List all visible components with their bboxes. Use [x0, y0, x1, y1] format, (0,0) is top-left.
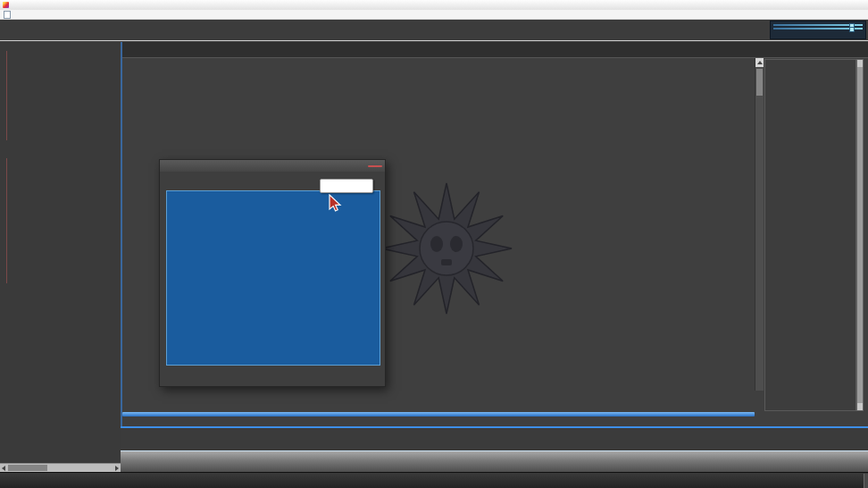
player-seek-slider[interactable]	[773, 24, 863, 26]
nicklist-panel	[764, 59, 856, 411]
nicklist-scrollbar[interactable]	[856, 59, 864, 411]
tree-connector	[6, 158, 7, 283]
player-panel[interactable]	[770, 21, 866, 39]
mirc-app-icon	[3, 2, 9, 8]
menu-bar	[0, 10, 868, 20]
sidebar-horizontal-scrollbar[interactable]	[0, 463, 121, 472]
acro-tooltip	[320, 179, 373, 193]
message-input[interactable]	[122, 412, 755, 416]
status-bar	[121, 426, 868, 450]
document-icon	[4, 11, 11, 19]
category-tabbar	[122, 42, 868, 58]
scroll-up-icon[interactable]	[755, 58, 764, 67]
scroll-right-icon[interactable]	[115, 466, 119, 471]
scrollbar-thumb[interactable]	[8, 465, 47, 471]
scrollbar-thumb[interactable]	[756, 69, 763, 96]
chat-scrollbar[interactable]	[755, 58, 764, 391]
letter-shortcut-bar	[121, 450, 868, 472]
sun-watermark	[380, 181, 513, 316]
dialog-titlebar[interactable]	[160, 160, 385, 172]
channel-tree-sidebar	[0, 42, 121, 463]
main-toolbar	[0, 20, 868, 41]
tools-dialog	[159, 159, 386, 387]
decorative-icon-strip	[122, 391, 864, 400]
window-titlebar	[0, 0, 868, 10]
dialog-close-button[interactable]	[368, 165, 382, 167]
windows-taskbar	[0, 472, 868, 488]
scroll-left-icon[interactable]	[2, 466, 5, 471]
dialog-button-panel	[166, 190, 380, 366]
show-desktop-button[interactable]	[864, 474, 868, 488]
mirc-window	[0, 0, 868, 488]
mouse-cursor-icon	[327, 194, 343, 214]
player-volume-slider[interactable]	[773, 28, 863, 29]
tree-connector	[6, 51, 7, 140]
